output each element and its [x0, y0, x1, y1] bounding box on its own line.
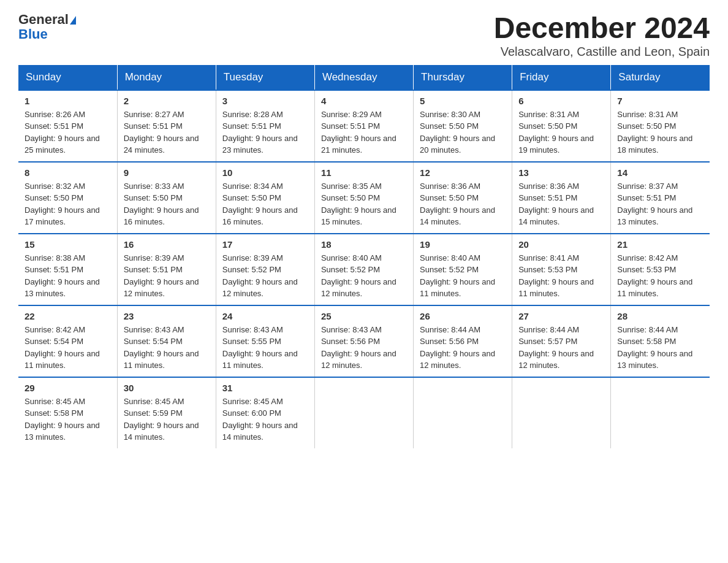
day-info: Sunrise: 8:44 AMSunset: 5:57 PMDaylight:…	[518, 324, 604, 372]
day-info: Sunrise: 8:43 AMSunset: 5:56 PMDaylight:…	[321, 324, 407, 372]
day-number: 2	[124, 96, 210, 106]
calendar-cell	[314, 377, 413, 448]
calendar-cell: 11Sunrise: 8:35 AMSunset: 5:50 PMDayligh…	[314, 162, 413, 234]
calendar-week-row: 29Sunrise: 8:45 AMSunset: 5:58 PMDayligh…	[18, 377, 710, 448]
calendar-cell: 22Sunrise: 8:42 AMSunset: 5:54 PMDayligh…	[18, 305, 117, 377]
day-number: 28	[617, 311, 703, 321]
day-info: Sunrise: 8:43 AMSunset: 5:55 PMDaylight:…	[222, 324, 308, 372]
day-info: Sunrise: 8:36 AMSunset: 5:50 PMDaylight:…	[420, 180, 506, 228]
calendar-cell: 2Sunrise: 8:27 AMSunset: 5:51 PMDaylight…	[117, 90, 216, 162]
calendar-cell: 17Sunrise: 8:39 AMSunset: 5:52 PMDayligh…	[216, 234, 314, 305]
day-number: 23	[124, 311, 210, 321]
calendar-table: SundayMondayTuesdayWednesdayThursdayFrid…	[18, 65, 710, 448]
day-info: Sunrise: 8:26 AMSunset: 5:51 PMDaylight:…	[25, 109, 111, 156]
calendar-week-row: 1Sunrise: 8:26 AMSunset: 5:51 PMDaylight…	[18, 90, 710, 162]
day-number: 7	[617, 96, 703, 106]
logo-general-text: General	[18, 12, 69, 27]
day-number: 13	[518, 167, 604, 178]
calendar-day-header-tuesday: Tuesday	[216, 65, 314, 90]
day-info: Sunrise: 8:40 AMSunset: 5:52 PMDaylight:…	[420, 252, 506, 300]
day-info: Sunrise: 8:43 AMSunset: 5:54 PMDaylight:…	[124, 324, 210, 372]
calendar-cell: 31Sunrise: 8:45 AMSunset: 6:00 PMDayligh…	[216, 377, 314, 448]
day-info: Sunrise: 8:40 AMSunset: 5:52 PMDaylight:…	[321, 252, 407, 300]
calendar-cell: 3Sunrise: 8:28 AMSunset: 5:51 PMDaylight…	[216, 90, 314, 162]
calendar-day-header-saturday: Saturday	[611, 65, 710, 90]
day-number: 29	[25, 383, 111, 393]
day-number: 21	[617, 239, 703, 250]
day-number: 6	[518, 96, 604, 106]
page-subtitle: Velascalvaro, Castille and Leon, Spain	[494, 45, 710, 59]
calendar-week-row: 15Sunrise: 8:38 AMSunset: 5:51 PMDayligh…	[18, 234, 710, 305]
day-number: 10	[222, 167, 308, 178]
day-number: 1	[25, 96, 111, 106]
day-info: Sunrise: 8:36 AMSunset: 5:51 PMDaylight:…	[518, 180, 604, 228]
day-number: 31	[222, 383, 308, 393]
day-info: Sunrise: 8:30 AMSunset: 5:50 PMDaylight:…	[420, 109, 506, 156]
day-number: 4	[321, 96, 407, 106]
day-info: Sunrise: 8:38 AMSunset: 5:51 PMDaylight:…	[25, 252, 111, 300]
calendar-header-row: SundayMondayTuesdayWednesdayThursdayFrid…	[18, 65, 710, 90]
day-info: Sunrise: 8:45 AMSunset: 5:59 PMDaylight:…	[124, 396, 210, 443]
day-number: 14	[617, 167, 703, 178]
day-info: Sunrise: 8:37 AMSunset: 5:51 PMDaylight:…	[617, 180, 703, 228]
day-info: Sunrise: 8:31 AMSunset: 5:50 PMDaylight:…	[617, 109, 703, 156]
day-info: Sunrise: 8:44 AMSunset: 5:56 PMDaylight:…	[420, 324, 506, 372]
day-info: Sunrise: 8:27 AMSunset: 5:51 PMDaylight:…	[124, 109, 210, 156]
day-number: 19	[420, 239, 506, 250]
calendar-cell: 18Sunrise: 8:40 AMSunset: 5:52 PMDayligh…	[314, 234, 413, 305]
calendar-cell: 27Sunrise: 8:44 AMSunset: 5:57 PMDayligh…	[512, 305, 611, 377]
calendar-cell	[611, 377, 710, 448]
logo-blue-text: Blue	[18, 27, 76, 42]
calendar-day-header-thursday: Thursday	[414, 65, 512, 90]
calendar-cell: 13Sunrise: 8:36 AMSunset: 5:51 PMDayligh…	[512, 162, 611, 234]
day-number: 27	[518, 311, 604, 321]
calendar-cell	[512, 377, 611, 448]
calendar-cell: 23Sunrise: 8:43 AMSunset: 5:54 PMDayligh…	[117, 305, 216, 377]
calendar-cell: 1Sunrise: 8:26 AMSunset: 5:51 PMDaylight…	[18, 90, 117, 162]
calendar-cell: 14Sunrise: 8:37 AMSunset: 5:51 PMDayligh…	[611, 162, 710, 234]
day-info: Sunrise: 8:44 AMSunset: 5:58 PMDaylight:…	[617, 324, 703, 372]
calendar-cell: 24Sunrise: 8:43 AMSunset: 5:55 PMDayligh…	[216, 305, 314, 377]
day-info: Sunrise: 8:34 AMSunset: 5:50 PMDaylight:…	[222, 180, 308, 228]
day-number: 25	[321, 311, 407, 321]
calendar-cell: 9Sunrise: 8:33 AMSunset: 5:50 PMDaylight…	[117, 162, 216, 234]
day-info: Sunrise: 8:28 AMSunset: 5:51 PMDaylight:…	[222, 109, 308, 156]
page-header: General Blue December 2024 Velascalvaro,…	[18, 12, 710, 59]
day-info: Sunrise: 8:35 AMSunset: 5:50 PMDaylight:…	[321, 180, 407, 228]
day-number: 24	[222, 311, 308, 321]
day-info: Sunrise: 8:39 AMSunset: 5:51 PMDaylight:…	[124, 252, 210, 300]
calendar-cell: 29Sunrise: 8:45 AMSunset: 5:58 PMDayligh…	[18, 377, 117, 448]
logo-triangle-icon	[70, 16, 76, 25]
calendar-day-header-sunday: Sunday	[18, 65, 117, 90]
day-info: Sunrise: 8:29 AMSunset: 5:51 PMDaylight:…	[321, 109, 407, 156]
calendar-cell: 25Sunrise: 8:43 AMSunset: 5:56 PMDayligh…	[314, 305, 413, 377]
calendar-cell: 10Sunrise: 8:34 AMSunset: 5:50 PMDayligh…	[216, 162, 314, 234]
day-number: 22	[25, 311, 111, 321]
day-info: Sunrise: 8:42 AMSunset: 5:54 PMDaylight:…	[25, 324, 111, 372]
day-info: Sunrise: 8:33 AMSunset: 5:50 PMDaylight:…	[124, 180, 210, 228]
calendar-day-header-wednesday: Wednesday	[314, 65, 413, 90]
day-number: 3	[222, 96, 308, 106]
day-number: 30	[124, 383, 210, 393]
day-info: Sunrise: 8:32 AMSunset: 5:50 PMDaylight:…	[25, 180, 111, 228]
calendar-cell: 16Sunrise: 8:39 AMSunset: 5:51 PMDayligh…	[117, 234, 216, 305]
calendar-cell: 8Sunrise: 8:32 AMSunset: 5:50 PMDaylight…	[18, 162, 117, 234]
calendar-cell: 4Sunrise: 8:29 AMSunset: 5:51 PMDaylight…	[314, 90, 413, 162]
calendar-cell: 20Sunrise: 8:41 AMSunset: 5:53 PMDayligh…	[512, 234, 611, 305]
day-number: 5	[420, 96, 506, 106]
day-info: Sunrise: 8:39 AMSunset: 5:52 PMDaylight:…	[222, 252, 308, 300]
calendar-day-header-friday: Friday	[512, 65, 611, 90]
calendar-cell: 30Sunrise: 8:45 AMSunset: 5:59 PMDayligh…	[117, 377, 216, 448]
calendar-week-row: 22Sunrise: 8:42 AMSunset: 5:54 PMDayligh…	[18, 305, 710, 377]
day-number: 11	[321, 167, 407, 178]
calendar-cell	[414, 377, 512, 448]
page-title: December 2024	[494, 12, 710, 45]
day-number: 15	[25, 239, 111, 250]
day-info: Sunrise: 8:42 AMSunset: 5:53 PMDaylight:…	[617, 252, 703, 300]
calendar-cell: 15Sunrise: 8:38 AMSunset: 5:51 PMDayligh…	[18, 234, 117, 305]
day-number: 18	[321, 239, 407, 250]
title-block: December 2024 Velascalvaro, Castille and…	[494, 12, 710, 59]
calendar-day-header-monday: Monday	[117, 65, 216, 90]
day-number: 17	[222, 239, 308, 250]
calendar-cell: 7Sunrise: 8:31 AMSunset: 5:50 PMDaylight…	[611, 90, 710, 162]
